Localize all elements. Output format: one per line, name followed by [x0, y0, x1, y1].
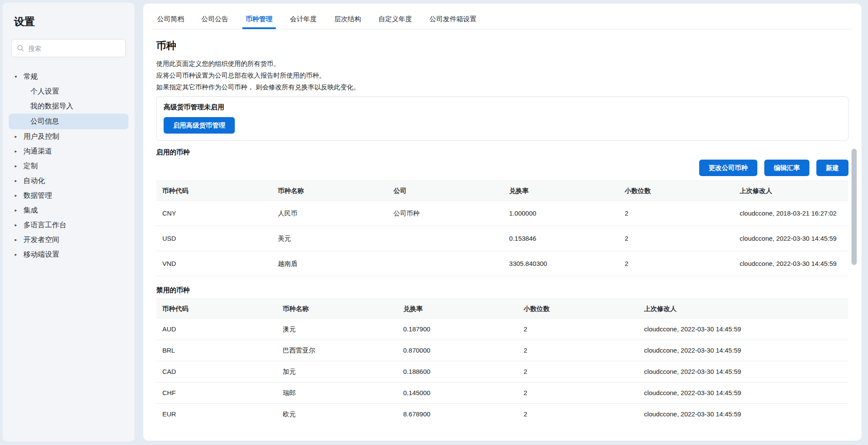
sidebar-item-label: 开发者空间 [23, 235, 59, 245]
table-cell: 美元 [272, 226, 387, 251]
table-cell [388, 251, 503, 276]
chevron-right-icon[interactable]: ▸ [15, 134, 23, 139]
enabled-currencies-title: 启用的币种 [156, 148, 848, 157]
chevron-right-icon[interactable]: ▸ [15, 179, 23, 183]
table-row: CHF瑞郎0.1450002cloudccone, 2022-03-30 14:… [156, 383, 848, 404]
chevron-right-icon[interactable]: ▸ [15, 223, 23, 227]
tab-company-profile[interactable]: 公司简档 [157, 10, 184, 29]
chevron-right-icon[interactable]: ▸ [15, 164, 23, 168]
table-row: USD美元0.1538462cloudccone, 2022-03-30 14:… [156, 226, 848, 251]
tab-hierarchy[interactable]: 层次结构 [334, 10, 361, 29]
sidebar-item-my-data-import[interactable]: 我的数据导入 [3, 99, 135, 114]
table-cell: 欧元 [277, 404, 398, 418]
chevron-right-icon[interactable]: ▸ [15, 193, 23, 198]
tab-custom-year[interactable]: 自定义年度 [378, 10, 412, 29]
search-box[interactable] [11, 39, 126, 57]
edit-exchange-rate-button[interactable]: 编辑汇率 [764, 160, 809, 176]
table-cell: 0.188600 [397, 361, 518, 383]
table-cell: 2 [618, 201, 733, 226]
search-icon [17, 45, 24, 52]
sidebar-item-communication-channels[interactable]: ▸沟通渠道 [3, 144, 135, 159]
search-input[interactable] [27, 44, 120, 52]
table-cell: 2 [618, 251, 733, 276]
table-cell: 2 [518, 340, 638, 361]
sidebar-item-mobile-settings[interactable]: ▸移动端设置 [3, 247, 135, 262]
sidebar-item-label: 个人设置 [30, 87, 59, 96]
table-cell: 瑞郎 [277, 383, 398, 404]
sidebar-item-company-info[interactable]: 公司信息 [9, 114, 128, 129]
table-cell: USD [156, 226, 272, 251]
column-header: 币种代码 [156, 299, 277, 319]
column-header: 币种名称 [277, 299, 398, 319]
company-settings-panel: 公司简档公司公告币种管理会计年度层次结构自定义年度公司发件箱设置 币种 使用此页… [143, 3, 861, 441]
sidebar-item-integration[interactable]: ▸集成 [3, 203, 135, 218]
table-row: VND越南盾3305.8403002cloudccone, 2022-03-30… [156, 251, 848, 276]
table-cell: cloudccone, 2018-03-21 16:27:02 [733, 201, 848, 226]
table-cell: cloudccone, 2022-03-30 14:45:59 [638, 319, 848, 340]
tab-company-announcement[interactable]: 公司公告 [201, 10, 228, 29]
column-header: 上次修改人 [733, 181, 848, 201]
sidebar-item-users-and-control[interactable]: ▸用户及控制 [3, 129, 135, 144]
sidebar-item-label: 我的数据导入 [30, 101, 73, 111]
table-cell: 1.000000 [503, 201, 618, 226]
table-cell: 0.153846 [503, 226, 618, 251]
sidebar-item-general[interactable]: ▾常规 [3, 69, 135, 84]
sidebar-item-developer-space[interactable]: ▸开发者空间 [3, 232, 135, 247]
vertical-scrollbar[interactable] [852, 149, 857, 265]
column-header: 上次修改人 [638, 299, 848, 319]
table-cell: CAD [156, 361, 277, 383]
column-header: 兑换率 [503, 181, 618, 201]
table-header-row: 币种代码币种名称公司兑换率小数位数上次修改人 [156, 181, 848, 201]
change-company-currency-button[interactable]: 更改公司币种 [699, 160, 757, 176]
advanced-currency-notice: 高级货币管理未启用 启用高级货币管理 [156, 96, 848, 141]
page-title: 币种 [156, 39, 848, 52]
sidebar-item-customization[interactable]: ▸定制 [3, 159, 135, 173]
description-line: 应将公司币种设置为公司总部在收入报告时所使用的币种。 [156, 69, 848, 81]
settings-tree: ▾常规个人设置我的数据导入公司信息▸用户及控制▸沟通渠道▸定制▸自动化▸数据管理… [3, 69, 135, 262]
tab-company-outbox-settings[interactable]: 公司发件箱设置 [430, 10, 477, 29]
sidebar-item-multilingual-workbench[interactable]: ▸多语言工作台 [3, 218, 135, 232]
table-cell: cloudccone, 2022-03-30 14:45:59 [638, 383, 848, 404]
column-header: 小数位数 [618, 181, 733, 201]
table-header-row: 币种代码币种名称兑换率小数位数上次修改人 [156, 299, 848, 319]
table-cell: 澳元 [277, 319, 398, 340]
settings-sidebar: 设置 ▾常规个人设置我的数据导入公司信息▸用户及控制▸沟通渠道▸定制▸自动化▸数… [3, 3, 135, 442]
table-row: EUR欧元8.6789002cloudccone, 2022-03-30 14:… [156, 404, 848, 418]
table-cell: 加元 [277, 361, 398, 383]
sidebar-item-label: 移动端设置 [23, 250, 59, 259]
chevron-right-icon[interactable]: ▸ [15, 252, 23, 257]
sidebar-item-label: 常规 [23, 72, 38, 82]
disabled-currencies-viewport: 币种代码币种名称兑换率小数位数上次修改人AUD澳元0.1879002cloudc… [156, 298, 848, 418]
table-cell: 2 [618, 226, 733, 251]
enable-advanced-currency-button[interactable]: 启用高级货币管理 [164, 117, 235, 134]
chevron-right-icon[interactable]: ▸ [15, 238, 23, 242]
tab-fiscal-year[interactable]: 会计年度 [290, 10, 317, 29]
chevron-right-icon[interactable]: ▸ [15, 149, 23, 154]
description-line: 使用此页面定义您的组织使用的所有货币。 [156, 58, 848, 69]
description-line: 如果指定其它币种作为公司币种， 则会修改所有兑换率以反映此变化。 [156, 81, 848, 93]
table-cell: CNY [156, 201, 272, 226]
table-cell: cloudccone, 2022-03-30 14:45:59 [733, 226, 848, 251]
settings-tabs: 公司简档公司公告币种管理会计年度层次结构自定义年度公司发件箱设置 [153, 3, 852, 29]
table-cell: cloudccone, 2022-03-30 14:45:59 [638, 340, 848, 361]
chevron-right-icon[interactable]: ▸ [15, 208, 23, 213]
settings-title: 设置 [3, 3, 135, 29]
table-cell: 8.678900 [397, 404, 518, 418]
tab-currency-management[interactable]: 币种管理 [246, 10, 273, 29]
table-cell: 2 [518, 361, 638, 383]
currency-description: 使用此页面定义您的组织使用的所有货币。 应将公司币种设置为公司总部在收入报告时所… [156, 58, 848, 93]
table-cell: 0.870000 [397, 340, 518, 361]
enabled-currencies-table: 币种代码币种名称公司兑换率小数位数上次修改人CNY人民币公司币种1.000000… [156, 180, 848, 276]
sidebar-item-data-management[interactable]: ▸数据管理 [3, 188, 135, 203]
sidebar-item-automation[interactable]: ▸自动化 [3, 173, 135, 188]
sidebar-item-personal-settings[interactable]: 个人设置 [3, 84, 135, 99]
chevron-down-icon[interactable]: ▾ [15, 75, 23, 79]
sidebar-item-label: 沟通渠道 [23, 147, 52, 156]
create-currency-button[interactable]: 新建 [816, 160, 848, 176]
table-cell: 3305.840300 [503, 251, 618, 276]
column-header: 兑换率 [397, 299, 518, 319]
table-cell: 公司币种 [388, 201, 503, 226]
table-cell: BRL [156, 340, 277, 361]
sidebar-item-label: 多语言工作台 [23, 220, 66, 230]
table-cell: 2 [518, 404, 638, 418]
